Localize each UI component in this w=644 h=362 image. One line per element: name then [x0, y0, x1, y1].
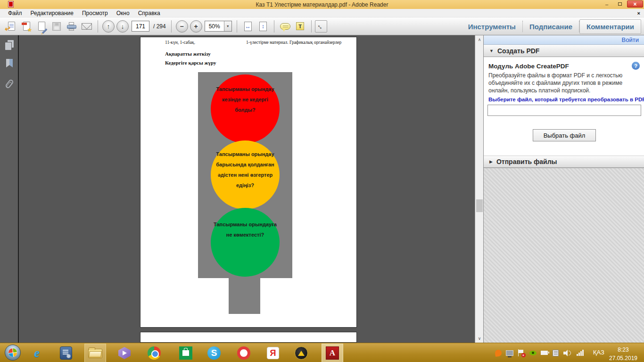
window-title: Каз Т1 Улестірме материалдар.pdf - Adobe…	[0, 1, 644, 8]
taskbar-app-file-explorer[interactable]	[88, 346, 103, 361]
start-button[interactable]	[5, 345, 21, 361]
pdf-page: 11-күн, 1-сабақ. 1-үлестірме материал. Г…	[140, 37, 357, 328]
taskbar-app-kmplayer[interactable]	[117, 346, 132, 361]
page-number-input[interactable]	[132, 21, 149, 32]
sign-in-link[interactable]: Войти	[622, 36, 639, 43]
taskbar-app-internet-explorer[interactable]: e	[29, 346, 44, 361]
highlight-text-button[interactable]: T	[293, 19, 308, 33]
taskbar-app-windows-store[interactable]	[178, 346, 193, 361]
tools-panel: Войти ▼ Создать PDF Модуль Adobe CreateP…	[483, 35, 644, 343]
toolbar-panel-tabs: Инструменты Подписание Комментарии	[462, 17, 641, 35]
red-circle-text: Тапсырманы орындау кезінде не кедергі бо…	[215, 74, 275, 143]
sign-in-bar: Войти	[484, 35, 644, 45]
page-header-right: 1-үлестірме материал. Графикалық органай…	[246, 40, 341, 45]
language-indicator[interactable]: ҚАЗ	[589, 349, 608, 356]
minimize-button[interactable]: –	[601, 0, 613, 8]
tray-battery-icon[interactable]	[540, 349, 548, 357]
toolbar-separator	[311, 20, 312, 33]
bookmarks-button[interactable]	[4, 59, 15, 67]
scroll-down-button[interactable]: ∨	[475, 334, 484, 343]
tab-signing[interactable]: Подписание	[523, 20, 579, 33]
zoom-in-button[interactable]: +	[190, 20, 202, 33]
menu-view[interactable]: Просмотр	[78, 10, 112, 16]
chevron-down-icon[interactable]: ▼	[224, 21, 231, 31]
page-thumbnails-button[interactable]	[4, 40, 15, 50]
tray-avast-icon[interactable]	[494, 349, 502, 357]
createpdf-file-input[interactable]	[487, 105, 641, 116]
fit-width-button[interactable]: ↔	[240, 19, 256, 33]
open-file-button[interactable]: ↩	[4, 19, 19, 33]
diagonal-arrows-icon: ↔	[315, 21, 326, 32]
choose-file-button[interactable]: Выбрать файл	[533, 129, 596, 141]
maximize-icon	[618, 2, 622, 6]
next-page-button[interactable]: ↓	[116, 20, 129, 33]
pdf-next-page-top	[140, 332, 357, 343]
page-total-label: / 294	[153, 23, 166, 30]
windows-store-icon	[179, 346, 192, 360]
traffic-light-green-circle: Тапсырманы орындауға не көмектесті?	[211, 208, 280, 277]
menu-window[interactable]: Окно	[112, 10, 134, 16]
attachments-button[interactable]	[4, 79, 15, 89]
scroll-up-button[interactable]: ∧	[475, 35, 484, 44]
taskbar-app-chrome[interactable]	[147, 346, 162, 361]
send-files-section-header[interactable]: ▶ Отправить файлы	[484, 156, 644, 168]
aimp-icon	[295, 346, 308, 360]
plus-icon: +	[194, 23, 198, 30]
tray-memory-icon[interactable]	[552, 349, 560, 357]
bookmark-icon	[6, 59, 13, 67]
window-titlebar[interactable]: Каз Т1 Улестірме материалдар.pdf - Adobe…	[0, 0, 644, 9]
battery-icon	[541, 351, 548, 355]
menu-edit[interactable]: Редактирование	[26, 10, 78, 16]
scrollbar-thumb[interactable]	[476, 199, 483, 212]
menu-file[interactable]: Файл	[4, 10, 26, 16]
taskbar-app-pc-settings[interactable]	[58, 346, 74, 361]
taskbar-app-skype[interactable]: S	[206, 346, 222, 361]
email-button[interactable]	[79, 19, 94, 33]
menu-help[interactable]: Справка	[134, 10, 165, 16]
fit-page-button[interactable]: ↕	[256, 19, 271, 33]
help-icon[interactable]: ?	[632, 62, 640, 70]
taskbar: e S Я A	[0, 343, 644, 362]
taskbar-app-yandex-browser[interactable]: Я	[265, 346, 281, 361]
error-badge-icon: ×	[521, 353, 526, 357]
create-pdf-section-content: Модуль Adobe CreatePDF ? Преобразуйте фа…	[484, 57, 644, 156]
clock[interactable]: 8:23 27.05.2019	[607, 345, 639, 362]
toolbar-separator	[274, 20, 274, 33]
memory-card-icon	[553, 350, 559, 356]
yandex-browser-icon: Я	[267, 347, 279, 359]
yellow-circle-text: Тапсырманы орындау барысында қолданған ә…	[215, 140, 275, 209]
zoom-level-select[interactable]: 50% ▼	[205, 21, 232, 32]
previous-page-button[interactable]: ↑	[102, 20, 115, 33]
tray-volume-icon[interactable]	[563, 349, 571, 357]
create-pdf-icon: ★	[23, 22, 30, 31]
reading-mode-button[interactable]: ↔	[315, 20, 327, 33]
create-pdf-section-header[interactable]: ▼ Создать PDF	[484, 45, 644, 57]
taskbar-app-opera[interactable]	[236, 346, 251, 361]
tray-action-center-icon[interactable]: ×	[517, 349, 525, 357]
close-button[interactable]: ×	[627, 0, 643, 8]
document-canvas[interactable]: 11-күн, 1-сабақ. 1-үлестірме материал. Г…	[20, 35, 475, 343]
sign-document-button[interactable]	[34, 19, 49, 33]
tray-display-icon[interactable]	[505, 349, 513, 357]
flag-icon: ×	[518, 349, 524, 356]
main-area: 11-күн, 1-сабақ. 1-үлестірме материал. Г…	[0, 35, 644, 343]
vertical-scrollbar[interactable]: ∧ ∨	[475, 35, 483, 343]
taskbar-app-aimp[interactable]	[294, 346, 309, 361]
comment-button[interactable]	[278, 19, 293, 33]
tab-tools[interactable]: Инструменты	[462, 20, 522, 33]
tray-network-icon[interactable]	[576, 349, 584, 357]
create-pdf-button[interactable]: ★	[19, 19, 34, 33]
taskbar-app-adobe-reader[interactable]: A	[325, 346, 340, 361]
highlight-text-icon: T	[296, 22, 304, 30]
save-icon	[52, 22, 61, 31]
maximize-button[interactable]	[614, 0, 626, 8]
zoom-out-button[interactable]: −	[176, 20, 188, 33]
menubar-close-icon[interactable]: ×	[637, 10, 640, 16]
print-button[interactable]	[64, 19, 79, 33]
tab-comments[interactable]: Комментарии	[579, 19, 641, 34]
expand-triangle-icon: ▶	[489, 159, 493, 164]
down-arrow-icon: ↓	[121, 23, 124, 30]
tray-nvidia-icon[interactable]	[529, 349, 537, 357]
opera-icon	[237, 346, 250, 360]
save-button[interactable]	[49, 19, 64, 33]
